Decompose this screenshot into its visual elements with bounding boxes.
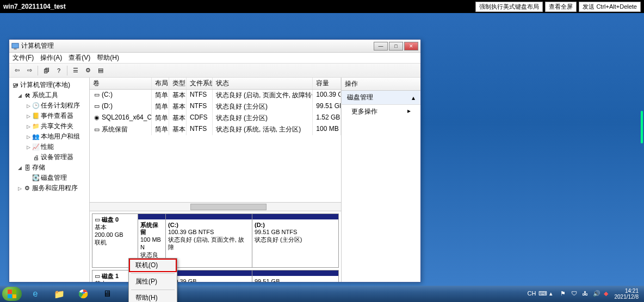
tray-clock[interactable]: 14:21 2021/12/8 bbox=[615, 288, 642, 300]
edge-indicator bbox=[641, 111, 643, 143]
list-button[interactable]: ▤ bbox=[95, 65, 106, 76]
volume-row[interactable]: ▭(C:) 简单基本 NTFS状态良好 (启动, 页面文件, 故障转储, 主分区… bbox=[90, 90, 341, 101]
menu-file[interactable]: 文件(F) bbox=[13, 53, 34, 62]
event-icon: 📒 bbox=[32, 112, 40, 119]
folder-icon: 📁 bbox=[32, 123, 40, 130]
nav-tree[interactable]: 🖳计算机管理(本地) ◢🛠系统工具 ▷🕒任务计划程序 ▷📒事件查看器 ▷📁共享文… bbox=[9, 78, 90, 282]
taskbar-compmgmt[interactable]: 🖥 bbox=[97, 287, 117, 300]
remote-topbar: win7_20211104_test 强制执行美式键盘布局 查看全屏 发送 Ct… bbox=[0, 0, 644, 13]
volume-row[interactable]: ▭系统保留 简单基本 NTFS状态良好 (系统, 活动, 主分区)100 MB bbox=[90, 124, 341, 135]
ctx-help[interactable]: 帮助(H) bbox=[129, 291, 177, 302]
view-button[interactable]: ☰ bbox=[70, 65, 81, 76]
volume-row[interactable]: ▭(D:) 简单基本 NTFS状态良好 (主分区)99.51 GB bbox=[90, 101, 341, 112]
collapse-icon: ▴ bbox=[412, 94, 415, 102]
forward-button[interactable]: ⇨ bbox=[24, 65, 35, 76]
partition-d[interactable]: (D:)99.51 GB NTFS状态良好 (主分区) bbox=[252, 214, 338, 268]
tree-storage[interactable]: ◢🗄存储 bbox=[10, 162, 88, 173]
context-menu: 联机(O) 属性(P) 帮助(H) bbox=[128, 258, 177, 302]
tree-services-apps[interactable]: ▷⚙服务和应用程序 bbox=[10, 183, 88, 193]
close-button[interactable]: ✕ bbox=[404, 42, 418, 51]
center-pane: 卷 布局 类型 文件系统 状态 容量 ▭(C:) 简单基本 NTFS状态良好 (… bbox=[90, 78, 342, 282]
col-status[interactable]: 状态 bbox=[213, 78, 313, 89]
volume-table: 卷 布局 类型 文件系统 状态 容量 ▭(C:) 简单基本 NTFS状态良好 (… bbox=[90, 78, 341, 135]
horizontal-scrollbar[interactable] bbox=[90, 202, 341, 211]
drive-icon: ▭ bbox=[93, 103, 101, 110]
partition-offline-3[interactable]: 99.51 GB bbox=[252, 270, 338, 282]
fullscreen-button[interactable]: 查看全屏 bbox=[545, 2, 577, 12]
minimize-button[interactable]: — bbox=[374, 42, 388, 51]
partition-c[interactable]: (C:)100.39 GB NTFS状态良好 (启动, 页面文件, 故障 bbox=[165, 214, 252, 268]
tree-event-viewer[interactable]: ▷📒事件查看器 bbox=[10, 111, 88, 121]
volume-header[interactable]: 卷 布局 类型 文件系统 状态 容量 bbox=[90, 78, 341, 90]
tree-shared-folders[interactable]: ▷📁共享文件夹 bbox=[10, 121, 88, 131]
col-filesystem[interactable]: 文件系统 bbox=[187, 78, 213, 89]
tree-disk-management[interactable]: 💽磁盘管理 bbox=[10, 173, 88, 183]
taskbar[interactable]: e 📁 🖥 CH ⌨ ▴ ⚑ 🛡 🖧 🔊 ◆ 14:21 2021/12/8 bbox=[0, 286, 644, 302]
tray-keyboard-icon[interactable]: ⌨ bbox=[538, 290, 546, 298]
menu-view[interactable]: 查看(V) bbox=[69, 53, 90, 62]
maximize-button[interactable]: □ bbox=[389, 42, 403, 51]
col-volume[interactable]: 卷 bbox=[90, 78, 152, 89]
drive-icon: ▭ bbox=[93, 126, 101, 133]
tray-flag-icon[interactable]: ⚑ bbox=[560, 290, 568, 298]
tools-icon: 🛠 bbox=[23, 92, 31, 99]
clock-icon: 🕒 bbox=[32, 102, 40, 109]
tray-app-icon[interactable]: ◆ bbox=[604, 290, 611, 298]
tree-system-tools[interactable]: ◢🛠系统工具 bbox=[10, 90, 88, 100]
titlebar[interactable]: 计算机管理 — □ ✕ bbox=[9, 40, 420, 53]
taskbar-chrome[interactable] bbox=[73, 287, 94, 300]
menubar: 文件(F) 操作(A) 查看(V) 帮助(H) bbox=[9, 53, 420, 64]
partition-offline-2[interactable]: 100.39 GB bbox=[165, 270, 252, 282]
tree-performance[interactable]: ▷📈性能 bbox=[10, 142, 88, 152]
users-icon: 👥 bbox=[32, 133, 40, 140]
windows-logo-icon bbox=[8, 290, 16, 298]
disk-icon: ▭ bbox=[95, 216, 102, 223]
window-title: 计算机管理 bbox=[21, 41, 374, 51]
volume-row[interactable]: ◉SQL2016_x64_CHS (E:) 简单基本 CDFS状态良好 (主分区… bbox=[90, 112, 341, 124]
col-layout[interactable]: 布局 bbox=[152, 78, 169, 89]
refresh-button[interactable]: 🗐 bbox=[41, 65, 52, 76]
tray-up-icon[interactable]: ▴ bbox=[549, 290, 557, 298]
svg-rect-1 bbox=[14, 48, 16, 49]
col-type[interactable]: 类型 bbox=[169, 78, 187, 89]
desktop: 计算机管理 — □ ✕ 文件(F) 操作(A) 查看(V) 帮助(H) ⇦ ⇨ … bbox=[0, 13, 644, 286]
menu-help[interactable]: 帮助(H) bbox=[97, 53, 119, 62]
tree-task-scheduler[interactable]: ▷🕒任务计划程序 bbox=[10, 100, 88, 111]
perf-icon: 📈 bbox=[32, 143, 40, 150]
tray-ime[interactable]: CH bbox=[528, 290, 535, 298]
device-icon: 🖨 bbox=[32, 154, 40, 161]
services-icon: ⚙ bbox=[23, 185, 31, 192]
tree-root[interactable]: 🖳计算机管理(本地) bbox=[10, 80, 88, 90]
taskbar-ie[interactable]: e bbox=[25, 287, 46, 300]
tray-shield-icon[interactable]: 🛡 bbox=[571, 290, 579, 298]
send-ctrl-alt-del-button[interactable]: 发送 Ctrl+Alt+Delete bbox=[579, 2, 641, 12]
back-button[interactable]: ⇦ bbox=[11, 65, 22, 76]
actions-header: 操作 bbox=[342, 78, 420, 91]
settings-button[interactable]: ⚙ bbox=[83, 65, 94, 76]
computer-icon: 🖳 bbox=[11, 82, 19, 89]
tree-local-users[interactable]: ▷👥本地用户和组 bbox=[10, 131, 88, 142]
tree-device-manager[interactable]: 🖨设备管理器 bbox=[10, 152, 88, 162]
ctx-online[interactable]: 联机(O) bbox=[129, 259, 177, 272]
start-button[interactable] bbox=[2, 287, 22, 301]
computer-management-window: 计算机管理 — □ ✕ 文件(F) 操作(A) 查看(V) 帮助(H) ⇦ ⇨ … bbox=[9, 39, 421, 282]
help-button[interactable]: ? bbox=[53, 65, 64, 76]
actions-pane: 操作 磁盘管理▴ 更多操作▸ bbox=[342, 78, 420, 282]
drive-icon: ▭ bbox=[93, 91, 101, 98]
cd-icon: ◉ bbox=[93, 114, 101, 121]
session-title: win7_20211104_test bbox=[3, 3, 66, 10]
system-tray[interactable]: CH ⌨ ▴ ⚑ 🛡 🖧 🔊 ◆ 14:21 2021/12/8 bbox=[528, 288, 642, 300]
force-us-keyboard-button[interactable]: 强制执行美式键盘布局 bbox=[475, 2, 543, 12]
actions-diskmgmt[interactable]: 磁盘管理▴ bbox=[342, 91, 420, 105]
chevron-right-icon: ▸ bbox=[407, 107, 411, 116]
ctx-properties[interactable]: 属性(P) bbox=[129, 275, 177, 288]
tray-volume-icon[interactable]: 🔊 bbox=[593, 290, 600, 298]
disk-icon: ▭ bbox=[95, 273, 102, 279]
taskbar-explorer[interactable]: 📁 bbox=[49, 287, 70, 300]
menu-action[interactable]: 操作(A) bbox=[40, 53, 62, 62]
actions-more[interactable]: 更多操作▸ bbox=[342, 105, 420, 118]
chrome-icon bbox=[78, 289, 88, 299]
svg-rect-0 bbox=[12, 43, 18, 48]
col-capacity[interactable]: 容量 bbox=[313, 78, 341, 89]
tray-network-icon[interactable]: 🖧 bbox=[582, 290, 590, 298]
